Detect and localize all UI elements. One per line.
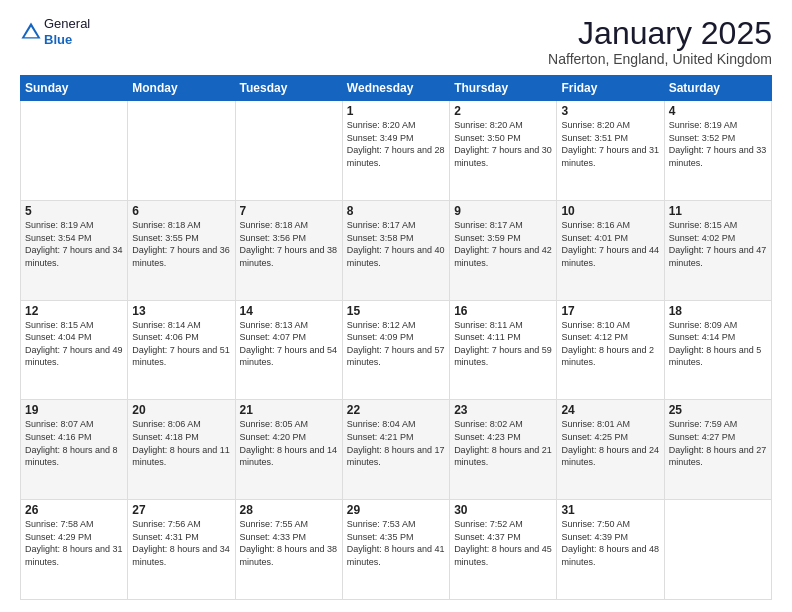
- day-number: 21: [240, 403, 338, 417]
- day-number: 2: [454, 104, 552, 118]
- day-info: Sunrise: 8:12 AM Sunset: 4:09 PM Dayligh…: [347, 319, 445, 369]
- cell-w1-d2: 7Sunrise: 8:18 AM Sunset: 3:56 PM Daylig…: [235, 200, 342, 300]
- logo-icon: [20, 21, 42, 43]
- day-number: 23: [454, 403, 552, 417]
- day-number: 17: [561, 304, 659, 318]
- week-row-3: 19Sunrise: 8:07 AM Sunset: 4:16 PM Dayli…: [21, 400, 772, 500]
- cell-w1-d4: 9Sunrise: 8:17 AM Sunset: 3:59 PM Daylig…: [450, 200, 557, 300]
- cell-w2-d5: 17Sunrise: 8:10 AM Sunset: 4:12 PM Dayli…: [557, 300, 664, 400]
- week-row-0: 1Sunrise: 8:20 AM Sunset: 3:49 PM Daylig…: [21, 101, 772, 201]
- col-sunday: Sunday: [21, 76, 128, 101]
- cell-w4-d1: 27Sunrise: 7:56 AM Sunset: 4:31 PM Dayli…: [128, 500, 235, 600]
- week-row-4: 26Sunrise: 7:58 AM Sunset: 4:29 PM Dayli…: [21, 500, 772, 600]
- cell-w0-d2: [235, 101, 342, 201]
- cell-w2-d1: 13Sunrise: 8:14 AM Sunset: 4:06 PM Dayli…: [128, 300, 235, 400]
- day-info: Sunrise: 7:52 AM Sunset: 4:37 PM Dayligh…: [454, 518, 552, 568]
- cell-w0-d1: [128, 101, 235, 201]
- day-info: Sunrise: 7:53 AM Sunset: 4:35 PM Dayligh…: [347, 518, 445, 568]
- week-row-1: 5Sunrise: 8:19 AM Sunset: 3:54 PM Daylig…: [21, 200, 772, 300]
- day-number: 28: [240, 503, 338, 517]
- day-info: Sunrise: 8:16 AM Sunset: 4:01 PM Dayligh…: [561, 219, 659, 269]
- cell-w3-d0: 19Sunrise: 8:07 AM Sunset: 4:16 PM Dayli…: [21, 400, 128, 500]
- day-info: Sunrise: 8:04 AM Sunset: 4:21 PM Dayligh…: [347, 418, 445, 468]
- day-number: 29: [347, 503, 445, 517]
- day-number: 12: [25, 304, 123, 318]
- day-info: Sunrise: 7:55 AM Sunset: 4:33 PM Dayligh…: [240, 518, 338, 568]
- col-wednesday: Wednesday: [342, 76, 449, 101]
- day-number: 7: [240, 204, 338, 218]
- logo-general: General: [44, 16, 90, 32]
- day-number: 6: [132, 204, 230, 218]
- day-number: 22: [347, 403, 445, 417]
- day-info: Sunrise: 7:59 AM Sunset: 4:27 PM Dayligh…: [669, 418, 767, 468]
- day-number: 4: [669, 104, 767, 118]
- title-block: January 2025 Nafferton, England, United …: [548, 16, 772, 67]
- subtitle: Nafferton, England, United Kingdom: [548, 51, 772, 67]
- col-friday: Friday: [557, 76, 664, 101]
- day-number: 11: [669, 204, 767, 218]
- day-info: Sunrise: 8:02 AM Sunset: 4:23 PM Dayligh…: [454, 418, 552, 468]
- day-info: Sunrise: 8:15 AM Sunset: 4:02 PM Dayligh…: [669, 219, 767, 269]
- day-info: Sunrise: 8:07 AM Sunset: 4:16 PM Dayligh…: [25, 418, 123, 468]
- page: General Blue January 2025 Nafferton, Eng…: [0, 0, 792, 612]
- day-number: 14: [240, 304, 338, 318]
- day-info: Sunrise: 8:06 AM Sunset: 4:18 PM Dayligh…: [132, 418, 230, 468]
- day-number: 13: [132, 304, 230, 318]
- day-number: 26: [25, 503, 123, 517]
- day-info: Sunrise: 8:20 AM Sunset: 3:51 PM Dayligh…: [561, 119, 659, 169]
- logo-text: General Blue: [44, 16, 90, 47]
- cell-w3-d4: 23Sunrise: 8:02 AM Sunset: 4:23 PM Dayli…: [450, 400, 557, 500]
- cell-w3-d1: 20Sunrise: 8:06 AM Sunset: 4:18 PM Dayli…: [128, 400, 235, 500]
- day-info: Sunrise: 8:10 AM Sunset: 4:12 PM Dayligh…: [561, 319, 659, 369]
- day-number: 8: [347, 204, 445, 218]
- day-info: Sunrise: 8:20 AM Sunset: 3:49 PM Dayligh…: [347, 119, 445, 169]
- day-number: 24: [561, 403, 659, 417]
- day-number: 19: [25, 403, 123, 417]
- day-number: 10: [561, 204, 659, 218]
- day-number: 27: [132, 503, 230, 517]
- cell-w4-d0: 26Sunrise: 7:58 AM Sunset: 4:29 PM Dayli…: [21, 500, 128, 600]
- day-info: Sunrise: 8:11 AM Sunset: 4:11 PM Dayligh…: [454, 319, 552, 369]
- day-number: 15: [347, 304, 445, 318]
- day-number: 30: [454, 503, 552, 517]
- day-info: Sunrise: 7:50 AM Sunset: 4:39 PM Dayligh…: [561, 518, 659, 568]
- day-info: Sunrise: 8:09 AM Sunset: 4:14 PM Dayligh…: [669, 319, 767, 369]
- cell-w2-d0: 12Sunrise: 8:15 AM Sunset: 4:04 PM Dayli…: [21, 300, 128, 400]
- cell-w4-d5: 31Sunrise: 7:50 AM Sunset: 4:39 PM Dayli…: [557, 500, 664, 600]
- col-tuesday: Tuesday: [235, 76, 342, 101]
- day-info: Sunrise: 8:17 AM Sunset: 3:59 PM Dayligh…: [454, 219, 552, 269]
- cell-w1-d3: 8Sunrise: 8:17 AM Sunset: 3:58 PM Daylig…: [342, 200, 449, 300]
- cell-w2-d4: 16Sunrise: 8:11 AM Sunset: 4:11 PM Dayli…: [450, 300, 557, 400]
- col-saturday: Saturday: [664, 76, 771, 101]
- day-number: 1: [347, 104, 445, 118]
- cell-w3-d2: 21Sunrise: 8:05 AM Sunset: 4:20 PM Dayli…: [235, 400, 342, 500]
- cell-w0-d4: 2Sunrise: 8:20 AM Sunset: 3:50 PM Daylig…: [450, 101, 557, 201]
- day-number: 5: [25, 204, 123, 218]
- day-number: 18: [669, 304, 767, 318]
- calendar-header-row: Sunday Monday Tuesday Wednesday Thursday…: [21, 76, 772, 101]
- day-info: Sunrise: 7:56 AM Sunset: 4:31 PM Dayligh…: [132, 518, 230, 568]
- day-number: 20: [132, 403, 230, 417]
- col-thursday: Thursday: [450, 76, 557, 101]
- cell-w4-d4: 30Sunrise: 7:52 AM Sunset: 4:37 PM Dayli…: [450, 500, 557, 600]
- cell-w0-d0: [21, 101, 128, 201]
- header: General Blue January 2025 Nafferton, Eng…: [20, 16, 772, 67]
- cell-w4-d2: 28Sunrise: 7:55 AM Sunset: 4:33 PM Dayli…: [235, 500, 342, 600]
- day-number: 16: [454, 304, 552, 318]
- day-number: 3: [561, 104, 659, 118]
- week-row-2: 12Sunrise: 8:15 AM Sunset: 4:04 PM Dayli…: [21, 300, 772, 400]
- cell-w0-d6: 4Sunrise: 8:19 AM Sunset: 3:52 PM Daylig…: [664, 101, 771, 201]
- day-number: 9: [454, 204, 552, 218]
- day-info: Sunrise: 8:14 AM Sunset: 4:06 PM Dayligh…: [132, 319, 230, 369]
- cell-w3-d5: 24Sunrise: 8:01 AM Sunset: 4:25 PM Dayli…: [557, 400, 664, 500]
- cell-w1-d6: 11Sunrise: 8:15 AM Sunset: 4:02 PM Dayli…: [664, 200, 771, 300]
- day-info: Sunrise: 8:15 AM Sunset: 4:04 PM Dayligh…: [25, 319, 123, 369]
- logo-blue: Blue: [44, 32, 90, 48]
- cell-w1-d5: 10Sunrise: 8:16 AM Sunset: 4:01 PM Dayli…: [557, 200, 664, 300]
- cell-w3-d3: 22Sunrise: 8:04 AM Sunset: 4:21 PM Dayli…: [342, 400, 449, 500]
- cell-w3-d6: 25Sunrise: 7:59 AM Sunset: 4:27 PM Dayli…: [664, 400, 771, 500]
- day-number: 25: [669, 403, 767, 417]
- day-info: Sunrise: 8:05 AM Sunset: 4:20 PM Dayligh…: [240, 418, 338, 468]
- day-info: Sunrise: 8:18 AM Sunset: 3:55 PM Dayligh…: [132, 219, 230, 269]
- day-info: Sunrise: 8:13 AM Sunset: 4:07 PM Dayligh…: [240, 319, 338, 369]
